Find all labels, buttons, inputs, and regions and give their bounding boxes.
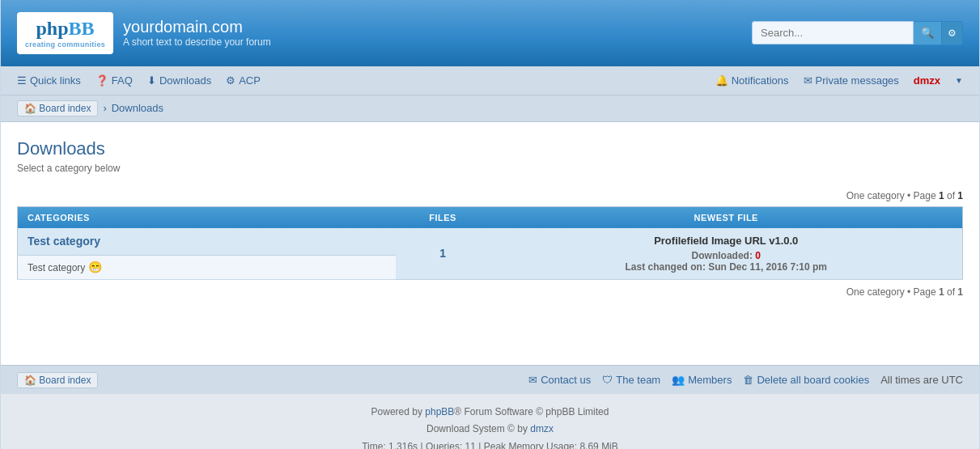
- members-label: Members: [688, 374, 732, 386]
- phpbb-link[interactable]: phpBB: [425, 406, 454, 417]
- username-link[interactable]: dmzx: [914, 74, 940, 87]
- page-total: 1: [957, 190, 963, 201]
- delete-cookies-link[interactable]: 🗑 Delete all board cookies: [743, 374, 869, 386]
- breadcrumb: 🏠 Board index › Downloads: [1, 95, 979, 122]
- faq-link[interactable]: ❓ FAQ: [95, 68, 133, 93]
- page-total-bottom: 1: [957, 286, 963, 298]
- quick-links-label: Quick links: [30, 74, 81, 87]
- footer-info: Powered by phpBB® Forum Software © phpBB…: [1, 394, 979, 449]
- cat-name-cell: Test category: [18, 228, 396, 256]
- cat-desc-text: Test category: [28, 262, 85, 273]
- envelope-icon: ✉: [804, 74, 812, 87]
- table-row: Test category 1 Profilefield Image URL v…: [18, 228, 963, 256]
- search-area: 🔍 ⚙: [752, 21, 963, 45]
- download-author-link[interactable]: dmzx: [530, 423, 554, 434]
- question-icon: ❓: [95, 74, 108, 87]
- download-icon: ⬇: [147, 74, 156, 87]
- navbar-left: ☰ Quick links ❓ FAQ ⬇ Downloads ⚙ ACP: [17, 68, 261, 93]
- search-input[interactable]: [752, 21, 914, 44]
- breadcrumb-home[interactable]: 🏠 Board index: [17, 100, 98, 116]
- downloaded-count: 0: [755, 250, 761, 261]
- files-count-cell: 1: [396, 228, 490, 280]
- download-author-text: dmzx: [530, 423, 554, 434]
- cat-name-link[interactable]: Test category: [28, 235, 100, 248]
- pagination-bottom: One category • Page 1 of 1: [17, 286, 963, 304]
- newest-cell: Profilefield Image URL v1.0.0 Downloaded…: [490, 228, 962, 280]
- trash-icon: 🗑: [743, 374, 753, 386]
- logo[interactable]: phpBB creating communities: [17, 12, 113, 54]
- logo-bb: BB: [69, 17, 95, 40]
- acp-label: ACP: [239, 74, 261, 87]
- cat-desc-cell: Test category 😁: [18, 255, 396, 279]
- acp-link[interactable]: ⚙ ACP: [226, 68, 261, 93]
- page-title: Downloads: [17, 138, 963, 159]
- navbar-right: 🔔 Notifications ✉ Private messages dmzx …: [715, 68, 963, 93]
- page-num: 1: [939, 190, 944, 201]
- user-dropdown-icon[interactable]: ▼: [955, 76, 963, 85]
- site-name: yourdomain.com: [123, 18, 271, 36]
- footer-home-icon: 🏠: [24, 375, 36, 386]
- timezone-text: All times are UTC: [880, 374, 963, 386]
- footer-download-line: Download System © by dmzx: [17, 421, 963, 438]
- main-content: Downloads Select a category below One ca…: [1, 122, 979, 365]
- footer-stats: Time: 1.316s | Queries: 11 | Peak Memory…: [17, 438, 963, 449]
- navbar: ☰ Quick links ❓ FAQ ⬇ Downloads ⚙ ACP 🔔 …: [1, 66, 979, 95]
- newest-file-title[interactable]: Profilefield Image URL v1.0.0: [499, 235, 952, 247]
- newest-file-meta: Downloaded: 0 Last changed on: Sun Dec 1…: [499, 250, 952, 273]
- downloads-nav-link[interactable]: ⬇ Downloads: [147, 68, 211, 93]
- categories-table: CATEGORIES FILES NEWEST FILE Test catego…: [17, 206, 963, 280]
- powered-by-text: Powered by: [371, 406, 422, 417]
- col-header-newest: NEWEST FILE: [490, 206, 962, 228]
- col-header-categories: CATEGORIES: [18, 206, 396, 228]
- footer-home-label: Board index: [39, 375, 91, 386]
- gear-icon: ⚙: [226, 74, 235, 87]
- footer-nav: 🏠 Board index ✉ Contact us 🛡 The team 👥 …: [1, 365, 979, 394]
- home-icon: 🏠: [24, 103, 36, 114]
- logo-tagline: creating communities: [25, 40, 105, 49]
- download-system-text: Download System © by: [426, 423, 528, 434]
- the-team-link[interactable]: 🛡 The team: [602, 374, 660, 386]
- private-messages-link[interactable]: ✉ Private messages: [804, 68, 899, 93]
- list-icon: ☰: [17, 74, 27, 87]
- site-title-area: yourdomain.com A short text to describe …: [123, 18, 271, 48]
- team-label: The team: [616, 374, 660, 386]
- advanced-search-button[interactable]: ⚙: [942, 21, 963, 45]
- phpbb-text: phpBB: [425, 406, 454, 417]
- notifications-label: Notifications: [732, 74, 789, 87]
- shield-icon: 🛡: [602, 374, 613, 386]
- last-changed-text: Last changed on: Sun Dec 11, 2016 7:10 p…: [626, 261, 827, 273]
- pagination-bottom-text: One category • Page: [846, 286, 936, 298]
- page-of-text: of: [947, 190, 955, 201]
- contact-us-link[interactable]: ✉ Contact us: [528, 374, 591, 386]
- footer-home: 🏠 Board index: [17, 374, 98, 386]
- delete-cookies-label: Delete all board cookies: [757, 374, 869, 386]
- breadcrumb-home-label: Board index: [39, 103, 91, 114]
- notifications-link[interactable]: 🔔 Notifications: [715, 68, 789, 93]
- page-num-bottom: 1: [939, 286, 944, 298]
- page-subtitle: Select a category below: [17, 163, 963, 174]
- downloaded-label: Downloaded:: [692, 250, 753, 261]
- breadcrumb-separator: ›: [103, 102, 106, 114]
- site-desc: A short text to describe your forum: [123, 36, 271, 48]
- bell-icon: 🔔: [715, 74, 728, 87]
- private-messages-label: Private messages: [816, 74, 899, 87]
- breadcrumb-current: Downloads: [112, 102, 163, 114]
- copyright-text: ® Forum Software © phpBB Limited: [454, 406, 609, 417]
- cat-emoji: 😁: [88, 261, 102, 273]
- pagination-top: One category • Page 1 of 1: [17, 190, 963, 201]
- pagination-text: One category • Page: [846, 190, 936, 201]
- footer-right-links: ✉ Contact us 🛡 The team 👥 Members 🗑 Dele…: [528, 374, 963, 386]
- logo-area: phpBB creating communities yourdomain.co…: [17, 12, 271, 54]
- faq-label: FAQ: [112, 74, 133, 87]
- footer-home-link[interactable]: 🏠 Board index: [17, 372, 98, 388]
- quick-links-menu[interactable]: ☰ Quick links: [17, 68, 81, 93]
- page-of-bottom: of: [947, 286, 955, 298]
- site-header: phpBB creating communities yourdomain.co…: [1, 0, 979, 66]
- col-header-files: FILES: [396, 206, 490, 228]
- contact-label: Contact us: [541, 374, 591, 386]
- contact-icon: ✉: [528, 374, 537, 386]
- members-link[interactable]: 👥 Members: [672, 374, 732, 386]
- footer-powered-line: Powered by phpBB® Forum Software © phpBB…: [17, 404, 963, 421]
- search-button[interactable]: 🔍: [914, 21, 942, 45]
- members-icon: 👥: [672, 374, 685, 386]
